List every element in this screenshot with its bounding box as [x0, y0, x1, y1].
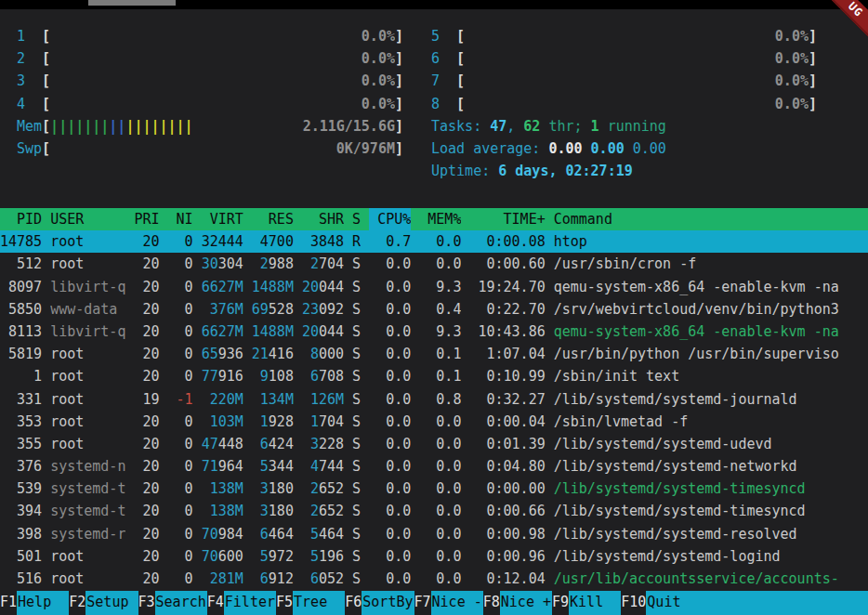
cell-res: 3180	[252, 500, 294, 522]
cell-time: 0:00.66	[469, 500, 545, 522]
process-row[interactable]: 331root19-1220M134M126MS0.00.80:32.27/li…	[0, 388, 868, 411]
fkey-f1[interactable]: F1	[0, 591, 17, 615]
cell-mem: 0.0	[419, 253, 461, 275]
cell-ni: -1	[168, 388, 193, 411]
meter-value: 0.0%	[362, 70, 395, 92]
cell-cpu: 0.0	[369, 478, 411, 500]
process-row[interactable]: 394systemd-t200138M31802652S0.00.00:00.6…	[0, 500, 868, 522]
fkey-action-filter[interactable]: Filter	[224, 591, 276, 615]
cell-shr: 5196	[302, 545, 344, 568]
swap-meter: Swp[0K/976M]	[17, 137, 403, 160]
cpu-meter-3: 3[0.0%]	[17, 70, 403, 92]
column-header-pid[interactable]: PID	[0, 208, 42, 230]
cell-shr: 20044	[302, 276, 344, 298]
cell-res: 5344	[252, 455, 294, 478]
process-row[interactable]: 501root2007060059725196S0.00.00:00.96/li…	[0, 545, 868, 568]
cell-time: 19:24.70	[469, 276, 545, 298]
cell-virt: 376M	[202, 298, 243, 321]
cell-pid: 376	[0, 455, 42, 478]
cell-ni: 0	[168, 568, 193, 590]
process-row[interactable]: 1root2007791691086708S0.00.10:10.99/sbin…	[0, 365, 868, 387]
cpu-meter-5: 5[0.0%]	[431, 25, 817, 47]
fkey-f10[interactable]: F10	[621, 591, 646, 615]
process-row[interactable]: 516root200281M69126052S0.00.00:12.04/usr…	[0, 568, 868, 590]
cell-user: libvirt-q	[50, 321, 125, 343]
process-row[interactable]: 5850www-data200376M6952823092S0.00.40:22…	[0, 298, 868, 321]
function-key-bar: F1Help F2Setup F3SearchF4FilterF5Tree F6…	[0, 591, 868, 615]
summary-fragment: 0.00	[591, 137, 625, 160]
fkey-action-sortby[interactable]: SortBy	[362, 591, 414, 615]
process-row[interactable]: 398systemd-r2007098464645464S0.00.00:00.…	[0, 523, 868, 545]
meter-value: 0.0%	[775, 47, 809, 70]
bracket-open: [	[42, 47, 50, 70]
fkey-f6[interactable]: F6	[345, 591, 362, 615]
cell-mem: 0.0	[419, 411, 461, 433]
cell-state: S	[352, 365, 361, 387]
column-header-virt[interactable]: VIRT	[202, 208, 243, 230]
cell-command: /lib/systemd/systemd-timesyncd	[554, 478, 868, 500]
fkey-action-kill[interactable]: Kill	[569, 591, 621, 615]
bracket-close: ]	[395, 137, 403, 160]
cell-mem: 0.0	[419, 433, 461, 455]
fkey-f4[interactable]: F4	[207, 591, 224, 615]
column-header-shr[interactable]: SHR	[302, 208, 344, 230]
column-header-command[interactable]: Command	[554, 208, 868, 230]
cell-pid: 5819	[0, 343, 42, 365]
cell-time: 0:00.00	[469, 478, 545, 500]
meter-fill: |||||||||||||||||	[50, 115, 193, 137]
fkey-action-tree[interactable]: Tree	[293, 591, 345, 615]
process-row[interactable]: 512root2003030429882704S0.00.00:00.60/us…	[0, 253, 868, 275]
cell-pri: 20	[134, 365, 159, 387]
cell-ni: 0	[168, 455, 193, 478]
cell-res: 5972	[252, 545, 294, 568]
column-header-s[interactable]: S	[352, 208, 361, 230]
process-row[interactable]: 5819root20065936214168000S0.00.11:07.04/…	[0, 343, 868, 365]
cell-pid: 8097	[0, 276, 42, 298]
meter-value: 2.11G/15.6G	[303, 115, 395, 137]
cell-pri: 20	[134, 523, 159, 545]
fkey-f7[interactable]: F7	[414, 591, 431, 615]
fkey-f3[interactable]: F3	[138, 591, 155, 615]
fkey-f2[interactable]: F2	[69, 591, 85, 615]
fkey-action-nice-[interactable]: Nice -	[431, 591, 483, 615]
summary-fragment: Uptime:	[431, 160, 498, 182]
window-tab-sliver[interactable]	[88, 0, 176, 6]
column-header-time[interactable]: TIME+	[469, 208, 545, 230]
cell-command: htop	[554, 230, 868, 253]
htop-terminal-screen: UG 1[0.0%]2[0.0%]3[0.0%]4[0.0%]Mem[|||||…	[0, 0, 868, 615]
cell-user: root	[50, 230, 125, 253]
column-header-ni[interactable]: NI	[168, 208, 193, 230]
cell-pid: 394	[0, 500, 42, 522]
cell-time: 0:00.96	[469, 545, 545, 568]
cell-user: systemd-r	[50, 523, 125, 545]
process-row[interactable]: 8097libvirt-q2006627M1488M20044S0.09.319…	[0, 276, 868, 298]
fkey-action-search[interactable]: Search	[155, 591, 207, 615]
fkey-action-nice-[interactable]: Nice +	[500, 591, 552, 615]
fkey-f8[interactable]: F8	[483, 591, 500, 615]
process-row[interactable]: 376systemd-n2007196453444744S0.00.00:04.…	[0, 455, 868, 478]
fkey-action-quit[interactable]: Quit	[646, 591, 868, 615]
column-header-cpu[interactable]: CPU%	[369, 208, 411, 230]
process-row[interactable]: 8113libvirt-q2006627M1488M20044S0.09.310…	[0, 321, 868, 343]
column-header-mem[interactable]: MEM%	[419, 208, 461, 230]
fkey-action-help[interactable]: Help	[17, 591, 69, 615]
process-row[interactable]: 353root200103M19281704S0.00.00:00.04/sbi…	[0, 411, 868, 433]
process-row[interactable]: 355root2004744864243228S0.00.00:01.39/li…	[0, 433, 868, 455]
cell-state: S	[352, 568, 361, 590]
bracket-close: ]	[395, 93, 403, 115]
cell-mem: 0.0	[419, 478, 461, 500]
column-header-user[interactable]: USER	[50, 208, 125, 230]
tasks-summary-line: Tasks: 47, 62 thr; 1 running	[431, 115, 817, 137]
column-header-res[interactable]: RES	[252, 208, 294, 230]
summary-fragment: thr;	[540, 115, 590, 137]
fkey-f5[interactable]: F5	[276, 591, 293, 615]
cell-mem: 0.0	[419, 230, 461, 253]
cell-ni: 0	[168, 321, 193, 343]
process-row[interactable]: 14785root2003244447003848R0.70.00:00.08h…	[0, 230, 868, 253]
fkey-f9[interactable]: F9	[552, 591, 569, 615]
cell-virt: 220M	[202, 388, 243, 411]
process-row[interactable]: 539systemd-t200138M31802652S0.00.00:00.0…	[0, 478, 868, 500]
column-header-pri[interactable]: PRI	[134, 208, 159, 230]
fkey-action-setup[interactable]: Setup	[85, 591, 138, 615]
cell-time: 0:00.98	[469, 523, 545, 545]
